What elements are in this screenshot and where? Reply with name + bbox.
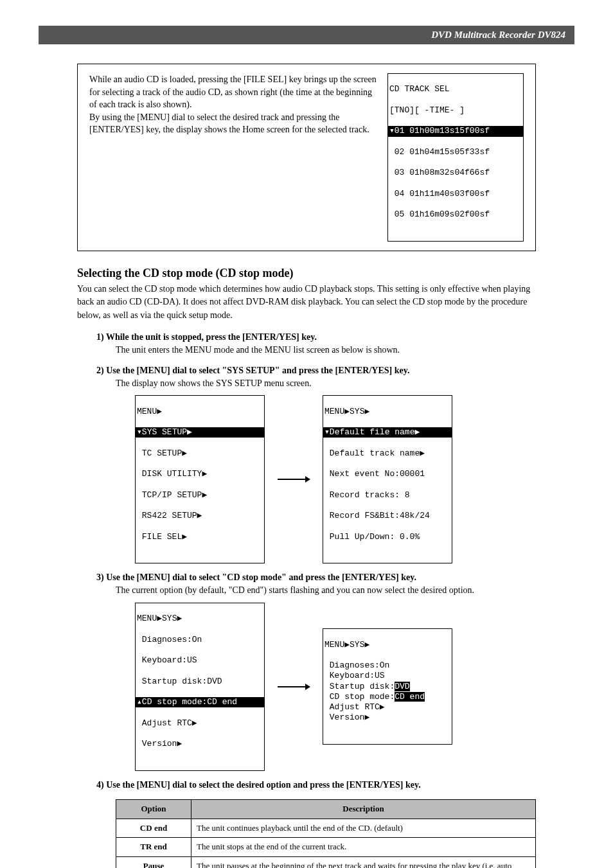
lcd-row: 05 01h16m09s02f00sf	[388, 209, 523, 220]
page-header: DVD Multitrack Recorder DV824	[39, 26, 574, 44]
lcd-row: FILE SEL▶	[136, 532, 264, 542]
lcd-header: [TNO][ -TIME- ]	[388, 105, 523, 116]
lcd-title: MENU▶SYS▶	[323, 640, 452, 650]
lcd-row: TC SETUP▶	[136, 448, 264, 459]
lcd-row: 02 01h04m15s05f33sf	[388, 147, 523, 157]
lcd-row: Adjust RTC▶	[136, 718, 264, 729]
lcd-row: Version▶	[136, 739, 264, 749]
step-body: The unit enters the MENU mode and the ME…	[116, 344, 536, 357]
lcd-row: Keyboard:US	[136, 655, 264, 666]
step-4: 4) Use the [MENU] dial to select the des…	[96, 780, 536, 868]
lcd-row-selected: ▾Default file name▶	[323, 427, 452, 438]
lcd-row: Default track name▶	[323, 448, 452, 459]
step-1: 1) While the unit is stopped, press the …	[96, 332, 536, 357]
section-para: You can select the CD stop mode which de…	[77, 283, 536, 322]
lcd-sys2b: MENU▶SYS▶ Diagnoses:On Keyboard:US Start…	[323, 628, 452, 745]
opt-desc: The unit continues playback until the en…	[191, 819, 536, 838]
lcd-row: 03 01h08m32s04f66sf	[388, 168, 523, 178]
lcd-row-selected: ▴CD stop mode:CD end	[136, 697, 264, 707]
lcd-title: CD TRACK SEL	[388, 84, 523, 94]
lcd-menu: MENU▶ ▾SYS SETUP▶ TC SETUP▶ DISK UTILITY…	[135, 395, 265, 563]
lcd-tracksel: CD TRACK SEL [TNO][ -TIME- ] ▾01 01h00m1…	[387, 73, 524, 242]
table-row: TR end The unit stops at the end of the …	[116, 838, 536, 857]
opt-desc: The unit stops at the end of the current…	[191, 838, 536, 857]
col-description: Description	[191, 799, 536, 819]
step-head: 2) Use the [MENU] dial to select "SYS SE…	[96, 366, 536, 376]
lcd-row: TCP/IP SETUP▶	[136, 490, 264, 500]
step-body: The display now shows the SYS SETUP menu…	[116, 377, 536, 390]
lcd-row-selected: ▾01 01h00m13s15f00sf	[388, 126, 523, 136]
lcd-row: RS422 SETUP▶	[136, 511, 264, 521]
lcd-row: 04 01h11m40s03f00sf	[388, 189, 523, 199]
step-2: 2) Use the [MENU] dial to select "SYS SE…	[96, 366, 536, 563]
options-table: Option Description CD end The unit conti…	[116, 799, 536, 868]
lcd-row: Pull Up/Down: 0.0%	[323, 532, 452, 542]
arrow-icon	[278, 479, 310, 480]
lcd-title: MENU▶	[136, 407, 264, 417]
lcd-row: Next event No:00001	[323, 469, 452, 479]
col-option: Option	[116, 799, 191, 819]
lcd-title: MENU▶SYS▶	[323, 407, 452, 417]
table-row: Pause The unit pauses at the beginning o…	[116, 857, 536, 868]
lcd-sys2a: MENU▶SYS▶ Diagnoses:On Keyboard:US Start…	[135, 603, 265, 771]
lcd-rows: Diagnoses:On Keyboard:US Startup disk:DV…	[323, 660, 452, 723]
step-head: 4) Use the [MENU] dial to select the des…	[96, 780, 536, 790]
lcd-row: Record tracks: 8	[323, 490, 452, 500]
lcd-row: Record FS&Bit:48k/24	[323, 511, 452, 521]
lcd-row: Startup disk:DVD	[136, 677, 264, 687]
step-head: 1) While the unit is stopped, press the …	[96, 332, 536, 342]
opt-desc: The unit pauses at the beginning of the …	[191, 857, 536, 868]
lcd-title: MENU▶SYS▶	[136, 614, 264, 624]
lcd-row: Diagnoses:On	[136, 635, 264, 645]
lcd-row: DISK UTILITY▶	[136, 469, 264, 479]
opt-name: TR end	[116, 838, 191, 857]
box1-p2: By using the [MENU] dial to select the d…	[89, 112, 369, 135]
table-row: CD end The unit continues playback until…	[116, 819, 536, 838]
opt-name: CD end	[116, 819, 191, 838]
arrow-icon	[278, 686, 310, 687]
section-title: Selecting the CD stop mode (CD stop mode…	[77, 267, 536, 280]
step-3: 3) Use the [MENU] dial to select "CD sto…	[96, 572, 536, 770]
step-body: The current option (by default, "CD end"…	[116, 584, 536, 597]
lcd-row-selected: ▾SYS SETUP▶	[136, 427, 264, 438]
box1-p1: While an audio CD is loaded, pressing th…	[89, 75, 377, 109]
opt-name: Pause	[116, 857, 191, 868]
step-head: 3) Use the [MENU] dial to select "CD sto…	[96, 572, 536, 583]
info-box-tracksel: While an audio CD is loaded, pressing th…	[77, 64, 536, 251]
lcd-sys1: MENU▶SYS▶ ▾Default file name▶ Default tr…	[323, 395, 452, 563]
